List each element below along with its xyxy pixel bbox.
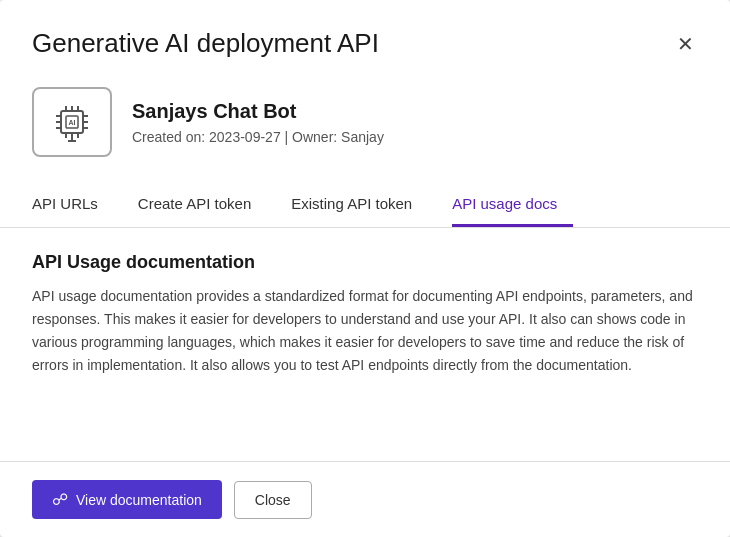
view-documentation-button[interactable]: ☍ View documentation bbox=[32, 480, 222, 519]
bot-details: Sanjays Chat Bot Created on: 2023-09-27 … bbox=[132, 100, 384, 145]
bot-info: AI San bbox=[0, 75, 730, 177]
tab-api-usage-docs[interactable]: API usage docs bbox=[452, 185, 573, 227]
document-icon: ☍ bbox=[52, 490, 68, 509]
bot-name: Sanjays Chat Bot bbox=[132, 100, 384, 123]
view-docs-label: View documentation bbox=[76, 492, 202, 508]
section-body: API usage documentation provides a stand… bbox=[32, 285, 698, 377]
tab-create-api-token[interactable]: Create API token bbox=[138, 185, 267, 227]
section-title: API Usage documentation bbox=[32, 252, 698, 273]
close-icon-button[interactable]: ✕ bbox=[673, 30, 698, 58]
bot-icon-wrapper: AI bbox=[32, 87, 112, 157]
ai-chip-icon: AI bbox=[48, 98, 96, 146]
content-area: API Usage documentation API usage docume… bbox=[0, 228, 730, 461]
close-button[interactable]: Close bbox=[234, 481, 312, 519]
svg-text:AI: AI bbox=[69, 119, 76, 126]
tab-api-urls[interactable]: API URLs bbox=[32, 185, 114, 227]
dialog-footer: ☍ View documentation Close bbox=[0, 461, 730, 537]
dialog-header: Generative AI deployment API ✕ bbox=[0, 0, 730, 75]
tabs-bar: API URLs Create API token Existing API t… bbox=[0, 185, 730, 228]
bot-meta: Created on: 2023-09-27 | Owner: Sanjay bbox=[132, 129, 384, 145]
dialog-title: Generative AI deployment API bbox=[32, 28, 379, 59]
tab-existing-api-token[interactable]: Existing API token bbox=[291, 185, 428, 227]
dialog: Generative AI deployment API ✕ AI bbox=[0, 0, 730, 537]
